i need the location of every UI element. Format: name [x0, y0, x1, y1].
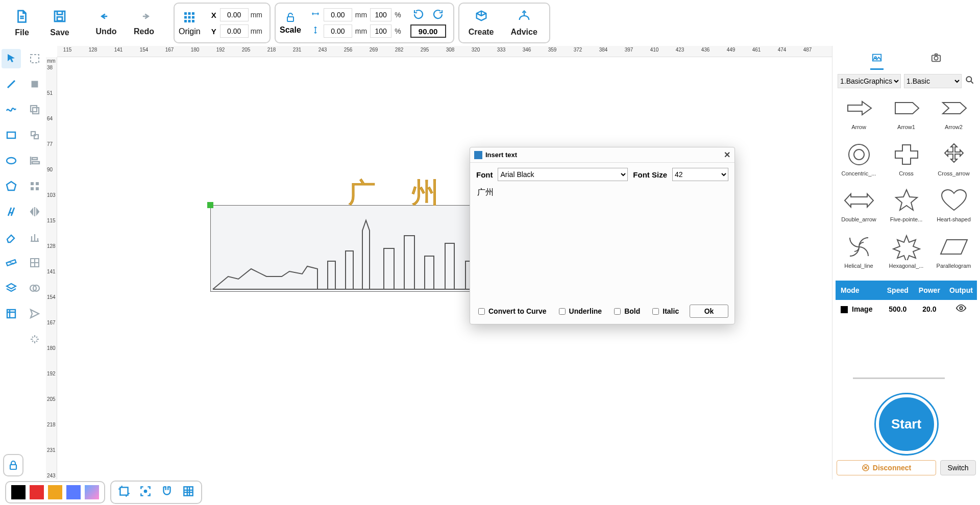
x-input[interactable]	[220, 8, 249, 21]
fill-tool[interactable]	[25, 74, 44, 94]
weld-tool[interactable]	[25, 279, 44, 298]
polygon-tool[interactable]	[2, 176, 21, 196]
shape-cross-arrow[interactable]: Cross_arrow	[930, 139, 977, 183]
send-tool[interactable]	[25, 304, 44, 323]
layer-row[interactable]: Image 500.0 20.0	[836, 300, 977, 318]
dialog-underline-checkbox[interactable]: Underline	[557, 307, 602, 316]
ellipse-tool[interactable]	[2, 151, 21, 170]
file-button[interactable]: File	[5, 3, 39, 43]
rotate-ccw-icon[interactable]	[412, 8, 425, 22]
swatch-red[interactable]	[30, 485, 44, 499]
switch-button[interactable]: Switch	[940, 460, 976, 475]
save-button[interactable]: Save	[43, 3, 77, 43]
curve-tool[interactable]	[2, 100, 21, 119]
group-tool[interactable]	[25, 125, 44, 145]
shape-cross[interactable]: Cross	[883, 139, 929, 183]
dialog-text-input[interactable]	[476, 185, 728, 302]
text-tool[interactable]	[2, 202, 21, 221]
right-panel: 1.BasicGraphics 1.Basic ArrowArrow1Arrow…	[832, 46, 980, 479]
swatch-orange[interactable]	[48, 485, 62, 499]
origin-group: Origin X mm Y mm	[174, 3, 271, 43]
mirror-tool[interactable]	[25, 202, 44, 221]
shape-helical-line[interactable]: Helical_line	[836, 231, 882, 275]
dialog-italic-checkbox[interactable]: Italic	[650, 307, 679, 316]
height-pct-input[interactable]	[370, 24, 391, 38]
dialog-ok-button[interactable]: Ok	[690, 305, 728, 318]
svg-rect-12	[7, 132, 15, 138]
shape-label: Five-pointe...	[890, 216, 923, 222]
shapes-tab[interactable]	[870, 52, 884, 70]
dialog-close-icon[interactable]: ✕	[724, 150, 730, 160]
grid-tool[interactable]	[25, 253, 44, 272]
frame-tool[interactable]	[2, 304, 21, 323]
shape-arrow1[interactable]: Arrow1	[883, 92, 929, 137]
origin-label: Origin	[179, 27, 201, 36]
measure-tool[interactable]	[2, 253, 21, 272]
shape-five-pointe-[interactable]: Five-pointe...	[883, 185, 929, 229]
bottom-grid-icon[interactable]	[182, 485, 195, 500]
dialog-font-select[interactable]: Arial Black	[498, 168, 628, 181]
origin-icon[interactable]	[182, 10, 197, 27]
crop-icon[interactable]	[117, 485, 131, 500]
magnet-icon[interactable]	[160, 485, 174, 500]
copy-tool[interactable]	[25, 100, 44, 119]
swatch-black[interactable]	[11, 485, 26, 499]
dialog-bold-checkbox[interactable]: Bold	[612, 307, 640, 316]
shape-label: Concentric_...	[842, 170, 876, 176]
redo-button[interactable]: Redo	[127, 3, 161, 43]
width-pct-input[interactable]	[370, 8, 391, 21]
dialog-titlebar[interactable]: Insert text ✕	[470, 147, 734, 163]
distribute-tool[interactable]	[25, 176, 44, 196]
advice-label: Advice	[510, 28, 537, 37]
lock-scale-icon[interactable]	[284, 11, 297, 26]
camera-tab[interactable]	[929, 52, 943, 70]
svg-rect-1	[57, 17, 62, 21]
create-button[interactable]: Create	[463, 3, 499, 43]
shape-icon	[936, 186, 972, 215]
w-mm: mm	[355, 11, 367, 19]
shape-category-2[interactable]: 1.Basic	[904, 74, 962, 88]
height-input[interactable]	[324, 24, 352, 38]
shape-hexagonal-[interactable]: Hexagonal_...	[883, 231, 929, 275]
rect-tool[interactable]	[2, 125, 21, 145]
y-key: Y	[210, 27, 218, 36]
disconnect-button[interactable]: Disconnect	[837, 460, 936, 475]
shape-arrow2[interactable]: Arrow2	[930, 92, 977, 137]
advice-button[interactable]: Advice	[506, 3, 542, 43]
start-button[interactable]: Start	[876, 394, 937, 454]
swatch-gradient[interactable]	[85, 485, 99, 499]
select-tool[interactable]	[2, 49, 21, 68]
dialog-size-select[interactable]: 42	[672, 168, 728, 181]
shape-heart-shaped[interactable]: Heart-shaped	[930, 185, 977, 229]
chart-tool[interactable]	[25, 228, 44, 247]
shape-concentric-[interactable]: Concentric_...	[836, 139, 882, 183]
svg-point-38	[854, 149, 864, 160]
svg-rect-15	[7, 260, 16, 266]
line-tool[interactable]	[2, 74, 21, 94]
shape-double-arrow[interactable]: Double_arrow	[836, 185, 882, 229]
width-input[interactable]	[324, 8, 352, 21]
height-icon	[310, 26, 321, 37]
rotate-cw-icon[interactable]	[432, 8, 444, 22]
rotation-input[interactable]	[410, 24, 446, 38]
undo-button[interactable]: Undo	[89, 3, 123, 43]
layer-visibility-icon[interactable]	[945, 302, 977, 315]
swatch-blue[interactable]	[66, 485, 81, 499]
marquee-tool[interactable]	[25, 49, 44, 68]
y-input[interactable]	[220, 24, 249, 38]
focus-icon[interactable]	[139, 485, 152, 500]
eraser-tool[interactable]	[2, 228, 21, 247]
shape-arrow[interactable]: Arrow	[836, 92, 882, 137]
shape-category-1[interactable]: 1.BasicGraphics	[838, 74, 901, 88]
spark-tool[interactable]	[25, 330, 44, 349]
shape-search-icon[interactable]	[965, 75, 975, 87]
canvas-lock-button[interactable]	[3, 454, 23, 476]
layers-tool[interactable]	[2, 279, 21, 298]
svg-rect-25	[31, 182, 34, 185]
dialog-size-label: Font Size	[633, 170, 667, 179]
svg-rect-26	[36, 182, 39, 185]
shape-parallelogram[interactable]: Parallelogram	[930, 231, 977, 275]
align-left-tool[interactable]	[25, 151, 44, 170]
dialog-convert-checkbox[interactable]: Convert to Curve	[476, 307, 547, 316]
svg-rect-3	[188, 12, 191, 15]
